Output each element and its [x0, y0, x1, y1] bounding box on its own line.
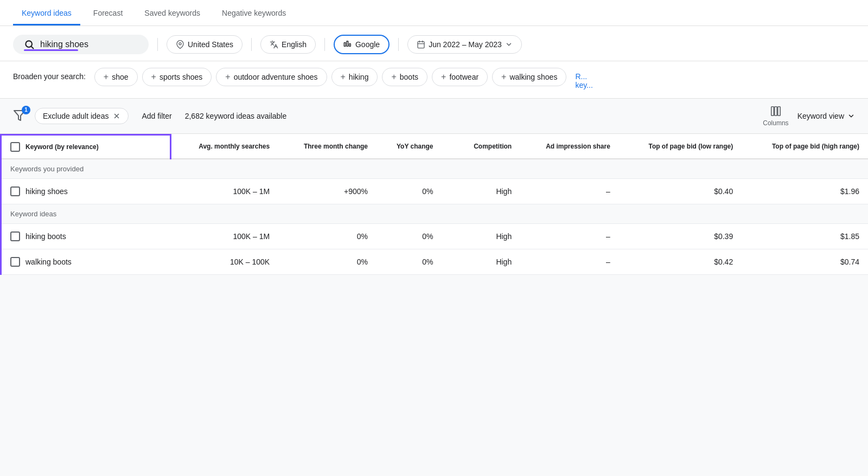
broaden-search-area: Broaden your search: + shoe + sports sho…: [0, 61, 868, 99]
broaden-pill-boots[interactable]: + boots: [382, 68, 427, 86]
broaden-more-link[interactable]: R...key...: [575, 68, 592, 89]
broaden-pill-label-walking-shoes: walking shoes: [509, 73, 557, 81]
tab-forecast[interactable]: Forecast: [85, 0, 131, 25]
broaden-pill-label-outdoor: outdoor adventure shoes: [234, 73, 318, 81]
tab-saved-keywords[interactable]: Saved keywords: [136, 0, 209, 25]
broaden-pill-hiking[interactable]: + hiking: [331, 68, 378, 86]
keyword-view-label: Keyword view: [797, 112, 844, 120]
broaden-pill-label-footwear: footwear: [449, 73, 478, 81]
svg-rect-3: [344, 43, 346, 47]
checkbox-walking-boots[interactable]: [10, 257, 20, 267]
network-label: Google: [355, 40, 380, 49]
three-month-walking-boots: 0%: [278, 249, 376, 275]
col-header-competition: Competition: [442, 135, 521, 159]
three-month-hiking-boots: 0%: [278, 224, 376, 249]
location-filter[interactable]: United States: [167, 35, 242, 54]
svg-rect-4: [347, 41, 348, 46]
plus-icon-walking-shoes: +: [501, 72, 506, 82]
broaden-pill-outdoor[interactable]: + outdoor adventure shoes: [216, 68, 327, 86]
exclude-adult-ideas-pill[interactable]: Exclude adult ideas: [35, 108, 129, 124]
top-navigation: Keyword ideas Forecast Saved keywords Ne…: [0, 0, 868, 26]
ad-impression-hiking-shoes: –: [520, 179, 619, 204]
svg-rect-15: [778, 107, 781, 116]
broaden-pill-sports-shoes[interactable]: + sports shoes: [142, 68, 212, 86]
separator-4: [398, 38, 399, 51]
checkbox-hiking-boots[interactable]: [10, 231, 20, 241]
keyword-table: Keyword (by relevance) Avg. monthly sear…: [0, 134, 868, 275]
bid-low-hiking-boots: $0.39: [619, 224, 742, 249]
keyword-cell-hiking-shoes: hiking shoes: [1, 179, 171, 204]
separator-3: [324, 38, 325, 51]
date-range-label: Jun 2022 – May 2023: [429, 40, 502, 49]
chevron-down-icon-view: [847, 112, 855, 120]
keyword-view-button[interactable]: Keyword view: [797, 112, 855, 120]
bid-low-hiking-shoes: $0.40: [619, 179, 742, 204]
bid-high-hiking-boots: $1.85: [742, 224, 868, 249]
language-filter[interactable]: English: [260, 35, 316, 54]
network-filter[interactable]: Google: [334, 35, 390, 54]
keyword-table-container: Keyword (by relevance) Avg. monthly sear…: [0, 134, 868, 275]
broaden-pills-container: + shoe + sports shoes + outdoor adventur…: [94, 68, 567, 86]
separator-1: [157, 38, 158, 51]
close-icon[interactable]: [113, 112, 120, 120]
table-header-row: Keyword (by relevance) Avg. monthly sear…: [1, 135, 869, 159]
exclude-pill-label: Exclude adult ideas: [43, 112, 108, 120]
columns-button[interactable]: Columns: [763, 105, 788, 127]
table-row-walking-boots: walking boots 10K – 100K 0% 0% High – $0…: [1, 249, 869, 275]
col-header-keyword-label: Keyword (by relevance): [25, 143, 99, 152]
broaden-pill-footwear[interactable]: + footwear: [432, 68, 488, 86]
svg-rect-6: [418, 42, 424, 48]
search-bar-area: United States English Google: [0, 26, 868, 61]
table-row-hiking-shoes: hiking shoes 100K – 1M +900% 0% High – $…: [1, 179, 869, 204]
calendar-icon: [417, 40, 425, 49]
broaden-pill-label-boots: boots: [400, 73, 418, 81]
columns-icon: [770, 105, 782, 117]
svg-rect-13: [771, 107, 774, 116]
language-icon: [270, 40, 278, 49]
add-filter-button[interactable]: Add filter: [137, 108, 176, 124]
broaden-pill-shoe[interactable]: + shoe: [94, 68, 138, 86]
section-label-provided: Keywords you provided: [1, 159, 171, 179]
plus-icon-sports-shoes: +: [151, 72, 156, 82]
svg-point-2: [179, 43, 181, 45]
location-label: United States: [188, 40, 233, 49]
search-input[interactable]: [40, 40, 138, 49]
avg-monthly-hiking-shoes: 100K – 1M: [171, 179, 278, 204]
yoy-hiking-boots: 0%: [376, 224, 442, 249]
col-header-bid-low: Top of page bid (low range): [619, 135, 742, 159]
col-header-bid-high: Top of page bid (high range): [742, 135, 868, 159]
keyword-count: 2,682 keyword ideas available: [185, 112, 287, 120]
checkbox-hiking-shoes[interactable]: [10, 186, 20, 196]
location-icon: [176, 40, 184, 49]
search-input-wrapper[interactable]: [13, 35, 149, 54]
plus-icon-shoe: +: [104, 72, 108, 82]
select-all-checkbox[interactable]: [10, 142, 20, 152]
section-label-ideas: Keyword ideas: [1, 204, 171, 224]
keyword-label-walking-boots: walking boots: [25, 258, 72, 266]
filter-button[interactable]: 1: [13, 109, 26, 124]
col-header-ad-impression: Ad impression share: [520, 135, 619, 159]
keyword-cell-walking-boots: walking boots: [1, 249, 171, 275]
separator-2: [251, 38, 252, 51]
tab-negative-keywords[interactable]: Negative keywords: [213, 0, 295, 25]
date-range-filter[interactable]: Jun 2022 – May 2023: [407, 35, 522, 54]
broaden-pill-label-shoe: shoe: [112, 73, 128, 81]
plus-icon-hiking: +: [341, 72, 346, 82]
broaden-pill-label-hiking: hiking: [349, 73, 369, 81]
filter-badge: 1: [22, 106, 30, 114]
col-header-three-month: Three month change: [278, 135, 376, 159]
avg-monthly-hiking-boots: 100K – 1M: [171, 224, 278, 249]
bid-high-walking-boots: $0.74: [742, 249, 868, 275]
tab-keyword-ideas[interactable]: Keyword ideas: [13, 0, 80, 25]
col-header-keyword: Keyword (by relevance): [1, 135, 171, 159]
broaden-pill-walking-shoes[interactable]: + walking shoes: [492, 68, 566, 86]
svg-rect-5: [349, 44, 351, 47]
keyword-label-hiking-boots: hiking boots: [25, 232, 66, 241]
filter-bar-right: Columns Keyword view: [763, 105, 855, 127]
chevron-down-icon: [505, 41, 513, 48]
keyword-cell-hiking-boots: hiking boots: [1, 224, 171, 249]
search-icon: [24, 39, 35, 50]
section-row-provided: Keywords you provided: [1, 159, 869, 179]
three-month-hiking-shoes: +900%: [278, 179, 376, 204]
filter-bar: 1 Exclude adult ideas Add filter 2,682 k…: [0, 99, 868, 134]
